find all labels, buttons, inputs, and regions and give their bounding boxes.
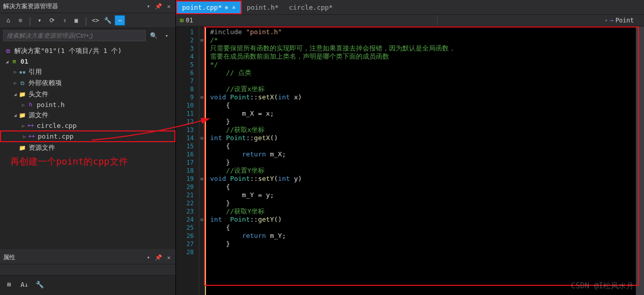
header-file-icon: h (27, 101, 35, 109)
search-icon[interactable]: 🔍 (148, 30, 159, 41)
solution-label: 解决方案"01"(1 个项目/共 1 个) (14, 46, 122, 56)
editor-tabs: point.cpp* ⊕ ✕ point.h* circle.cpp* (176, 0, 644, 14)
vertical-scrollbar[interactable] (636, 26, 644, 295)
code-icon[interactable]: <> (90, 15, 100, 25)
search-drop-icon[interactable]: ▾ (161, 30, 172, 41)
project-icon: ⊞ (180, 17, 184, 24)
references-icon: ▪▪ (18, 68, 27, 75)
nav-project-label: 01 (186, 17, 193, 24)
tab-point-cpp[interactable]: point.cpp* ⊕ ✕ (176, 1, 242, 14)
scope-icon[interactable]: ↔ (115, 15, 125, 25)
home-icon[interactable]: ⌂ (3, 15, 13, 25)
file-label: point.cpp (38, 132, 73, 140)
expand-icon[interactable]: ▷ (20, 102, 27, 108)
cpp-file-icon: ++ (27, 122, 35, 129)
member-dropdown[interactable]: ▾ → Point (601, 17, 644, 24)
pin-icon[interactable]: 📌 (155, 254, 162, 261)
editor-panel: point.cpp* ⊕ ✕ point.h* circle.cpp* ⊞ 01… (176, 0, 644, 295)
tab-label: point.h* (247, 4, 279, 11)
expand-icon[interactable]: ▷ (21, 134, 28, 139)
annotation-text: 再创建一个point的cpp文件 (10, 155, 128, 168)
solution-node[interactable]: ⧉ 解决方案"01"(1 个项目/共 1 个) (0, 45, 175, 57)
expand-icon[interactable]: ◢ (12, 113, 18, 118)
headers-folder-node[interactable]: ◢ 📁 头文件 (0, 89, 175, 100)
watermark-text: CSDN @I松风水月 (571, 281, 634, 291)
toolbar-btn[interactable]: ▾ (35, 15, 45, 25)
cpp-file-icon: ++ (28, 133, 36, 140)
dropdown-icon[interactable]: ▾ (145, 254, 152, 261)
editor-nav-bar: ⊞ 01 ▾ → Point (176, 14, 644, 26)
references-label: 引用 (29, 67, 42, 76)
properties-title: 属性 (3, 253, 15, 262)
wrench-icon[interactable]: 🔧 (34, 279, 46, 290)
external-label: 外部依赖项 (29, 78, 62, 88)
expand-icon[interactable]: ◢ (12, 92, 18, 97)
code-area[interactable]: #include "point.h"/*只需要保留所有函数的实现即可，注意如果直… (205, 26, 644, 295)
expand-icon[interactable]: ▷ (12, 69, 18, 74)
solution-tree: ⧉ 解决方案"01"(1 个项目/共 1 个) ◢ ⊞ 01 ▷ ▪▪ 引用 ▷… (0, 43, 175, 249)
show-all-icon[interactable]: ▣ (71, 15, 82, 25)
references-node[interactable]: ▷ ▪▪ 引用 (0, 66, 175, 77)
folder-icon: 📁 (18, 91, 27, 98)
dropdown-icon[interactable]: ▾ (145, 3, 152, 10)
pin-icon[interactable]: 📌 (155, 3, 162, 10)
tab-point-h[interactable]: point.h* (242, 2, 284, 13)
code-editor[interactable]: 1234567891011121314151617181920212223242… (176, 26, 644, 295)
toggle-icon[interactable]: ⊙ (15, 15, 25, 25)
solution-explorer-title: 解决方案资源管理器 (3, 2, 58, 11)
pin-icon[interactable]: ⊕ (225, 5, 228, 10)
folder-icon: 📁 (18, 112, 27, 119)
properties-filter-dropdown[interactable] (0, 264, 175, 276)
expand-icon[interactable]: ◢ (4, 59, 10, 64)
expand-icon[interactable]: ▷ (12, 81, 18, 86)
expand-icon[interactable]: ▷ (20, 123, 27, 128)
solution-explorer-panel: 解决方案资源管理器 ▾ 📌 ✕ ⌂ ⊙ | ▾ ⟳ ⫞ ▣ | <> 🔧 ↔ 🔍… (0, 0, 176, 295)
file-label: point.h (37, 101, 65, 109)
arrow-icon: → (610, 17, 613, 24)
file-label: circle.cpp (37, 122, 76, 129)
resources-label: 资源文件 (29, 143, 55, 152)
project-dropdown[interactable]: ⊞ 01 (176, 17, 197, 24)
wrench-icon[interactable]: 🔧 (102, 15, 113, 25)
collapse-icon[interactable]: ⫞ (59, 15, 69, 25)
alphabetical-icon[interactable]: A↓ (18, 279, 31, 290)
nav-member-label: Point (615, 17, 634, 24)
headers-label: 头文件 (29, 90, 48, 99)
external-icon: ⧉ (18, 79, 27, 87)
sources-label: 源文件 (29, 111, 48, 120)
project-node[interactable]: ◢ ⊞ 01 (0, 57, 175, 66)
folder-icon: 📁 (18, 144, 27, 151)
close-icon[interactable]: ✕ (165, 254, 172, 261)
header-file-node[interactable]: ▷ h point.h (0, 100, 175, 110)
tab-label: point.cpp* (182, 4, 222, 11)
properties-panel: 属性 ▾ 📌 ✕ ⊞ A↓ 🔧 (0, 249, 175, 295)
line-number-gutter: 1234567891011121314151617181920212223242… (176, 26, 199, 295)
external-deps-node[interactable]: ▷ ⧉ 外部依赖项 (0, 77, 175, 89)
refresh-icon[interactable]: ⟳ (47, 15, 57, 25)
tab-circle-cpp[interactable]: circle.cpp* (284, 2, 338, 13)
categorized-icon[interactable]: ⊞ (3, 279, 15, 290)
project-label: 01 (20, 58, 29, 65)
close-icon[interactable]: ✕ (165, 3, 172, 10)
solution-toolbar: ⌂ ⊙ | ▾ ⟳ ⫞ ▣ | <> 🔧 ↔ (0, 13, 175, 28)
search-input[interactable] (3, 30, 146, 41)
project-icon: ⊞ (10, 58, 18, 65)
close-icon[interactable]: ✕ (232, 4, 236, 11)
tab-label: circle.cpp* (289, 4, 333, 11)
folding-column[interactable]: ⊟⊟⊟⊟⊟ (199, 26, 205, 295)
solution-icon: ⧉ (4, 47, 12, 55)
annotation-arrow (89, 115, 217, 145)
